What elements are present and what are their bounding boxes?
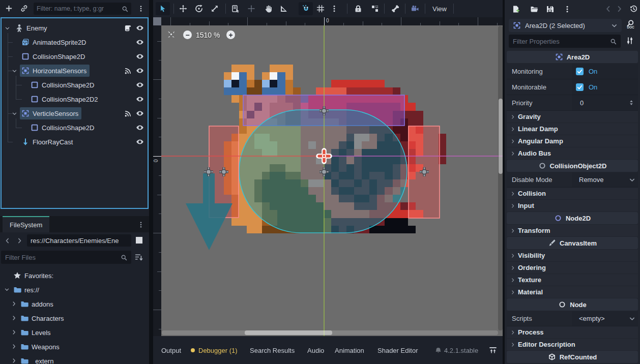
inspector-section-audio-bus[interactable]: Audio Bus: [507, 147, 638, 159]
property-value-monitoring[interactable]: On: [572, 64, 638, 79]
v-scrollbar-thumb[interactable]: [499, 99, 503, 174]
visibility-toggle[interactable]: [136, 95, 144, 103]
history-back-button[interactable]: [1, 234, 13, 247]
tool-pivot-button[interactable]: [245, 2, 258, 15]
tree-row[interactable]: AnimatedSprite2D: [2, 35, 148, 49]
tool-snap-menu-button[interactable]: [329, 2, 339, 15]
tool-grid-snap-button[interactable]: [314, 2, 327, 15]
open-docs-button[interactable]: DOC: [626, 19, 636, 32]
checkbox-monitorable[interactable]: [576, 83, 584, 91]
tool-ruler-button[interactable]: [277, 2, 290, 15]
inspector-section-texture[interactable]: Texture: [507, 274, 638, 286]
h-scrollbar-thumb[interactable]: [245, 330, 332, 335]
filter-properties-input[interactable]: Filter Properties: [509, 35, 621, 48]
notifications-button[interactable]: [434, 347, 443, 355]
tree-expander-icon[interactable]: [5, 25, 11, 32]
bottom-tab-output[interactable]: Output: [159, 343, 183, 357]
dropdown-chevron-button[interactable]: [629, 176, 635, 183]
inspector-section-material[interactable]: Material: [507, 286, 638, 298]
visibility-toggle[interactable]: [136, 109, 144, 117]
tree-row[interactable]: CollisionShape2D2: [2, 92, 148, 106]
inspector-section-angular-damp[interactable]: Angular Damp: [507, 135, 638, 147]
tree-row[interactable]: CollisionShape2D: [2, 120, 148, 135]
visibility-toggle[interactable]: [136, 52, 144, 60]
tree-node-animatedsprite2d[interactable]: AnimatedSprite2D: [20, 36, 90, 48]
bottom-tab-debugger[interactable]: Debugger (1): [189, 343, 240, 357]
filter-files-input[interactable]: Filter Files: [1, 251, 131, 264]
fs-expander-icon[interactable]: [11, 329, 17, 336]
inspector-section-editor-description[interactable]: Editor Description: [507, 339, 638, 350]
inspector-section-input[interactable]: Input: [507, 200, 638, 211]
view-menu-button[interactable]: View: [430, 2, 449, 15]
tree-node-enemy[interactable]: Enemy: [14, 22, 50, 34]
tree-node-verticlesensors[interactable]: VerticleSensors: [20, 107, 81, 119]
tree-node-collisionshape2d[interactable]: CollisionShape2D: [29, 79, 97, 91]
sort-files-button[interactable]: [134, 253, 143, 262]
tree-node-collisionshape2d[interactable]: CollisionShape2D: [20, 50, 88, 63]
tool-select-button[interactable]: [156, 2, 170, 15]
fs-expander-icon[interactable]: [11, 301, 17, 307]
scene-menu-button[interactable]: [134, 2, 148, 15]
tool-pan-button[interactable]: [261, 2, 275, 15]
load-resource-button[interactable]: [528, 3, 541, 15]
bottom-tab-searchresults[interactable]: Search Results: [248, 343, 297, 357]
visibility-toggle[interactable]: [136, 81, 144, 89]
signal-badge-button[interactable]: [124, 110, 132, 117]
bottom-tab-shadereditor[interactable]: Shader Editor: [375, 343, 420, 357]
tool-rotate-button[interactable]: [192, 2, 206, 15]
filesystem-item-favorites[interactable]: Favorites:: [0, 268, 149, 283]
spin-updown-button[interactable]: [628, 99, 635, 106]
tool-scale-button[interactable]: [208, 2, 221, 15]
filesystem-item-levels[interactable]: Levels: [0, 325, 149, 340]
property-value-disable-mode[interactable]: Remove: [572, 172, 638, 187]
property-value-monitorable[interactable]: On: [572, 79, 638, 95]
history-forward-button[interactable]: [13, 234, 25, 247]
filesystem-item-extern[interactable]: _extern: [0, 354, 149, 364]
property-value-scripts[interactable]: <empty>: [572, 311, 638, 326]
tool-group-button[interactable]: [368, 2, 382, 15]
tool-move-button[interactable]: [177, 2, 190, 15]
script-badge-button[interactable]: [124, 24, 132, 32]
filesystem-menu-button[interactable]: [134, 218, 148, 231]
visibility-toggle[interactable]: [136, 38, 144, 46]
checkbox-monitoring[interactable]: [576, 68, 584, 75]
tree-expander-icon[interactable]: [12, 111, 18, 117]
tree-row[interactable]: CollisionShape2D: [2, 49, 148, 64]
instance-scene-button[interactable]: [17, 2, 31, 15]
new-resource-button[interactable]: [509, 3, 522, 15]
visibility-toggle[interactable]: [136, 138, 144, 146]
tree-node-collisionshape2d[interactable]: CollisionShape2D: [29, 122, 97, 134]
filesystem-item-res[interactable]: res://: [0, 283, 149, 297]
inspector-section-process[interactable]: Process: [507, 326, 638, 338]
inspector-section-collision[interactable]: Collision: [507, 188, 638, 199]
v-scrollbar-track[interactable]: [498, 26, 503, 330]
property-value-priority[interactable]: 0: [572, 95, 638, 110]
filesystem-item-addons[interactable]: addons: [0, 297, 149, 311]
add-node-button[interactable]: [2, 2, 15, 15]
tree-row[interactable]: Enemy: [2, 21, 148, 35]
tool-list-select-button[interactable]: [229, 2, 242, 15]
save-resource-button[interactable]: [543, 3, 557, 15]
inspector-section-ordering[interactable]: Ordering: [507, 262, 638, 274]
tree-expander-icon[interactable]: [12, 68, 18, 74]
inspector-section-linear-damp[interactable]: Linear Damp: [507, 123, 638, 135]
history-menu-button[interactable]: [628, 3, 639, 15]
resource-menu-button[interactable]: [561, 3, 574, 15]
fs-expander-icon[interactable]: [11, 358, 17, 364]
tree-row[interactable]: VerticleSensors: [2, 106, 148, 120]
tool-lock-button[interactable]: [352, 2, 365, 15]
tree-node-floorraycast[interactable]: FloorRayCast: [20, 136, 76, 148]
filesystem-item-characters[interactable]: Characters: [0, 311, 149, 325]
bottom-tab-animation[interactable]: Animation: [333, 343, 366, 357]
visibility-toggle[interactable]: [136, 24, 144, 32]
tool-camera-override-button[interactable]: [409, 2, 422, 15]
expand-bottom-panel-button[interactable]: [489, 346, 498, 355]
tool-smart-snap-button[interactable]: [299, 2, 313, 15]
fs-expander-icon[interactable]: [11, 315, 17, 321]
fs-expander-icon[interactable]: [4, 287, 10, 293]
filesystem-item-weapons[interactable]: Weapons: [0, 340, 149, 354]
tree-row[interactable]: HorizontalSensors: [2, 64, 148, 78]
property-tools-button[interactable]: [626, 37, 635, 46]
fs-expander-icon[interactable]: [11, 344, 17, 350]
visibility-toggle[interactable]: [136, 67, 144, 75]
